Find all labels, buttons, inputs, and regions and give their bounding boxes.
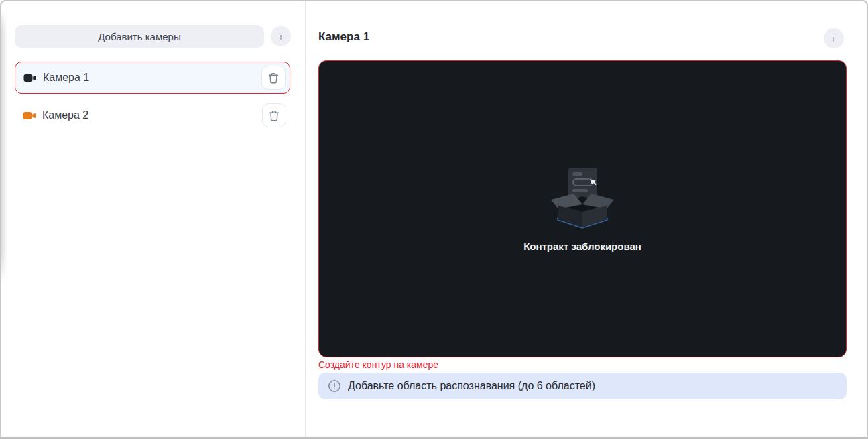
sidebar-divider bbox=[305, 1, 306, 437]
empty-box-icon bbox=[549, 166, 616, 230]
delete-camera-button[interactable] bbox=[261, 66, 286, 90]
camera-list-item-1[interactable]: Камера 1 bbox=[15, 62, 290, 94]
recognition-area-alert: Добавьте область распознавания (до 6 обл… bbox=[318, 373, 847, 399]
delete-camera-button[interactable] bbox=[262, 103, 286, 127]
contour-error-text: Создайте контур на камере bbox=[318, 359, 438, 370]
exclamation-circle-icon bbox=[328, 379, 341, 393]
video-placeholder-text: Контракт заблокирован bbox=[523, 241, 641, 252]
camera-settings-window: Добавить камеры i Камера 1 bbox=[0, 0, 868, 439]
alert-message: Добавьте область распознавания (до 6 обл… bbox=[348, 380, 595, 392]
add-cameras-button[interactable]: Добавить камеры bbox=[15, 25, 264, 48]
page-title: Камера 1 bbox=[318, 30, 369, 44]
video-camera-icon bbox=[23, 111, 36, 120]
camera-list-item-2[interactable]: Камера 2 bbox=[15, 99, 290, 131]
sidebar-info-button[interactable]: i bbox=[271, 26, 291, 46]
trash-icon bbox=[268, 72, 279, 84]
camera-name-label: Камера 1 bbox=[43, 72, 89, 84]
video-camera-icon bbox=[23, 74, 36, 82]
camera-name-label: Камера 2 bbox=[42, 109, 88, 121]
trash-icon bbox=[269, 110, 280, 121]
sidebar-scroll-shadow bbox=[1, 9, 7, 284]
main-info-button[interactable]: i bbox=[824, 28, 844, 48]
camera-video-preview[interactable]: Контракт заблокирован bbox=[318, 60, 847, 357]
